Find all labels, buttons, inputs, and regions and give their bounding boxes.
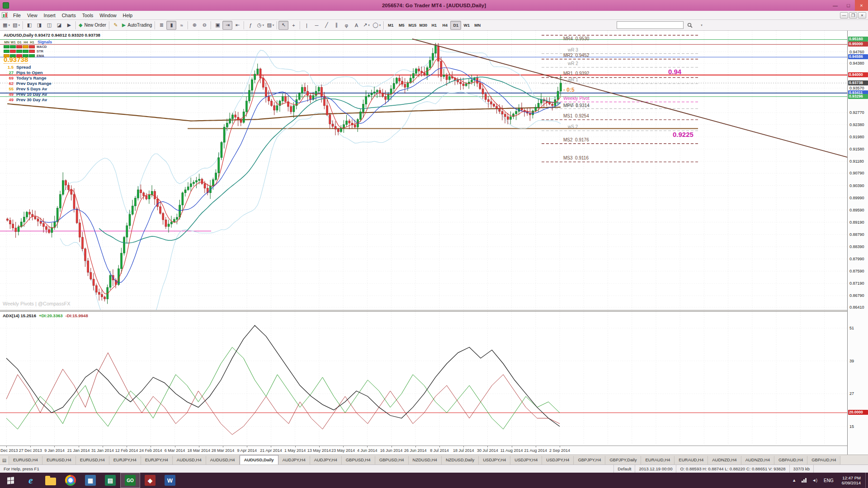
menu-charts[interactable]: Charts <box>59 11 79 19</box>
chart-tab-gbpusd-h4[interactable]: GBPUSD,H4 <box>375 456 409 465</box>
chart-tab-audusd-h4[interactable]: AUDUSD,H4 <box>206 456 240 465</box>
taskbar-app-app-green[interactable]: ▤ <box>100 473 120 488</box>
chart-tab-eurjpy-h4[interactable]: EURJPY,H4 <box>141 456 173 465</box>
chart-tab-euraud-h4[interactable]: EURAUD,H4 <box>641 456 675 465</box>
chart-tab-eurusd-h4[interactable]: EURUSD,H4 <box>42 456 76 465</box>
strategy-tester-button[interactable]: ▶ <box>64 21 74 30</box>
profiles-button[interactable]: ▧▾ <box>11 21 21 30</box>
price-axis[interactable]: 0.947600.943800.935700.927700.923800.919… <box>847 31 868 455</box>
chart-tab-gbpaud-h4[interactable]: GBPAUD,H4 <box>807 456 840 465</box>
chart-tab-audjpy-h4[interactable]: AUDJPY,H4 <box>310 456 342 465</box>
adx-pane[interactable]: ADX(14) 15.2516+DI:20.3363-DI:15.9948 <box>0 312 847 446</box>
network-icon[interactable] <box>799 478 809 483</box>
chart-tab-euraud-h4[interactable]: EURAUD,H4 <box>675 456 708 465</box>
main-chart-pane[interactable]: AUDUSD,Daily 0.93472 0.94012 0.93320 0.9… <box>0 31 847 310</box>
market-watch-button[interactable]: ◧ <box>24 21 34 30</box>
language-indicator[interactable]: ENG <box>820 478 837 483</box>
chart-tab-audusd-daily[interactable]: AUDUSD,Daily <box>240 455 278 465</box>
taskbar-app-chrome[interactable] <box>61 473 80 488</box>
timeframe-m15[interactable]: M15 <box>407 21 418 30</box>
chart-tab-nzdusd-h4[interactable]: NZDUSD,H4 <box>409 456 442 465</box>
taskbar-app-internet-explorer[interactable]: e <box>21 473 41 488</box>
taskbar-app-metatrader[interactable]: ◆ <box>140 473 160 488</box>
arrows-tool-button[interactable]: ↗▾ <box>361 21 371 30</box>
cursor-button[interactable]: ↖ <box>278 21 288 30</box>
chart-tab-audnzd-h4[interactable]: AUDNZD,H4 <box>741 456 774 465</box>
autotrading-button[interactable]: ▶AutoTrading <box>121 21 154 30</box>
tray-expand-icon[interactable]: ▲ <box>789 478 799 483</box>
timeframe-h1[interactable]: H1 <box>429 21 439 30</box>
timeframe-m1[interactable]: M1 <box>385 21 396 30</box>
timeframe-d1[interactable]: D1 <box>450 21 461 30</box>
terminal-button[interactable]: ◪ <box>54 21 64 30</box>
trendline-button[interactable]: ╱ <box>321 21 331 30</box>
indicators-button[interactable]: ƒ <box>245 21 255 30</box>
channel-button[interactable]: ∥ <box>331 21 341 30</box>
menu-help[interactable]: Help <box>120 11 136 19</box>
chart-tab-eurusd-h4[interactable]: EURUSD,H4 <box>76 456 109 465</box>
chart-tab-usdjpy-h4[interactable]: USDJPY,H4 <box>479 456 510 465</box>
chart-tab-eurjpy-h4[interactable]: EURJPY,H4 <box>109 456 141 465</box>
taskbar-app-file-explorer[interactable] <box>41 473 61 488</box>
timeframe-m5[interactable]: M5 <box>396 21 407 30</box>
chart-tab-eurusd-h4[interactable]: EURUSD,H4 <box>9 456 42 465</box>
zoom-out-button[interactable]: ⊖ <box>199 21 209 30</box>
vertical-line-button[interactable]: | <box>302 21 311 30</box>
zoom-in-button[interactable]: ⊕ <box>189 21 199 30</box>
mdi-close-button[interactable]: × <box>858 12 866 19</box>
taskbar-app-calculator[interactable]: ▦ <box>80 473 100 488</box>
status-profile[interactable]: Default <box>614 465 635 473</box>
menu-file[interactable]: File <box>10 11 24 19</box>
chart-tab-usdjpy-h4[interactable]: USDJPY,H4 <box>542 456 574 465</box>
chart-tab-nzdusd-daily[interactable]: NZDUSD,Daily <box>442 456 479 465</box>
candle-mode-button[interactable]: ▮ <box>166 21 176 30</box>
bar-chart-mode-button[interactable]: ≣ <box>156 21 166 30</box>
new-order-button[interactable]: ◆New Order <box>77 21 108 30</box>
chart-tab-gbpaud-h4[interactable]: GBPAUD,H4 <box>774 456 807 465</box>
search-icon[interactable] <box>685 21 695 29</box>
window-list-button[interactable]: ▤ <box>0 456 9 465</box>
minimize-button[interactable]: — <box>829 0 842 11</box>
templates-button[interactable]: ▨▾ <box>265 21 275 30</box>
menu-view[interactable]: View <box>24 11 41 19</box>
clock[interactable]: 12:47 PM 6/09/2014 <box>837 475 865 485</box>
mdi-restore-button[interactable]: ❒ <box>849 12 857 19</box>
chart-tab-gbpusd-h4[interactable]: GBPUSD,H4 <box>342 456 375 465</box>
timeframe-h4[interactable]: H4 <box>439 21 450 30</box>
menu-window[interactable]: Window <box>96 11 119 19</box>
timeframe-m30[interactable]: M30 <box>418 21 429 30</box>
chart-tab-audjpy-h4[interactable]: AUDJPY,H4 <box>278 456 310 465</box>
adx-indicator-chart[interactable] <box>0 312 847 446</box>
menu-tools[interactable]: Tools <box>79 11 97 19</box>
mdi-minimize-button[interactable]: — <box>840 12 848 19</box>
text-tool-button[interactable]: A <box>351 21 361 30</box>
metaeditor-button[interactable]: ✎ <box>111 21 121 30</box>
line-mode-button[interactable]: ≈ <box>176 21 186 30</box>
tile-windows-button[interactable]: ▣ <box>212 21 222 30</box>
maximize-button[interactable]: □ <box>842 0 855 11</box>
search-input[interactable] <box>617 21 684 29</box>
start-button[interactable] <box>0 473 21 488</box>
horizontal-line-button[interactable]: ─ <box>311 21 321 30</box>
taskbar-app-word[interactable]: W <box>160 473 180 488</box>
crosshair-button[interactable]: + <box>288 21 298 30</box>
chart-tab-gbpjpy-daily[interactable]: GBPJPY,Daily <box>605 456 641 465</box>
navigator-button[interactable]: ◫ <box>44 21 54 30</box>
timeframe-w1[interactable]: W1 <box>461 21 472 30</box>
close-button[interactable]: × <box>855 0 868 11</box>
time-axis[interactable]: 16 Dec 201327 Dec 20139 Jan 201421 Jan 2… <box>0 446 847 455</box>
chart-tab-audnzd-h4[interactable]: AUDNZD,H4 <box>708 456 741 465</box>
show-desktop-button[interactable] <box>865 473 868 488</box>
chart-shift-button[interactable]: ⇤ <box>232 21 242 30</box>
menu-insert[interactable]: Insert <box>41 11 59 19</box>
chart-tab-gbpjpy-h4[interactable]: GBPJPY,H4 <box>574 456 605 465</box>
search-dropdown-icon[interactable]: ▾ <box>696 21 706 29</box>
chart-tab-audusd-h4[interactable]: AUDUSD,H4 <box>173 456 206 465</box>
auto-scroll-button[interactable]: ⇥ <box>222 21 232 30</box>
taskbar-app-go-trader[interactable]: GO <box>120 473 140 488</box>
new-chart-button[interactable]: ▦▾ <box>1 21 11 30</box>
timeframe-mn[interactable]: MN <box>472 21 483 30</box>
periods-button[interactable]: ◷▾ <box>255 21 265 30</box>
candlestick-chart[interactable] <box>0 31 847 310</box>
data-window-button[interactable]: ◨ <box>34 21 44 30</box>
